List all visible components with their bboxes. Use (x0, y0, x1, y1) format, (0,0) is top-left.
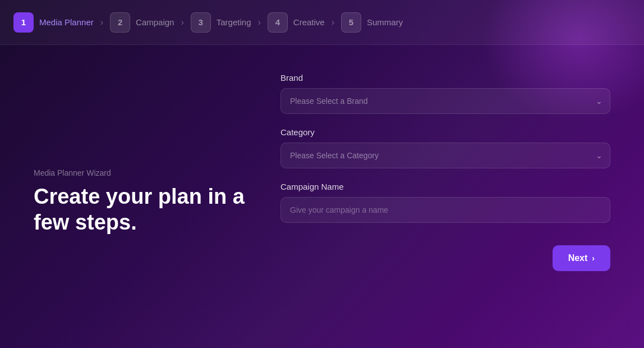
chevron-icon-2: › (181, 17, 183, 28)
campaign-name-group: Campaign Name (280, 182, 610, 223)
step-4-number: 4 (268, 12, 288, 33)
next-button-label: Next (568, 253, 588, 263)
step-2-campaign[interactable]: 2 Campaign (110, 12, 174, 33)
step-2-number: 2 (110, 12, 130, 33)
step-3-targeting[interactable]: 3 Targeting (191, 12, 251, 33)
right-panel: Brand Please Select a Brand ⌄ Category P… (280, 67, 610, 326)
step-2-label: Campaign (136, 17, 174, 27)
chevron-icon-1: › (100, 17, 103, 28)
step-5-label: Summary (367, 17, 403, 27)
category-group: Category Please Select a Category ⌄ (280, 127, 610, 168)
main-content: Media Planner Wizard Create your plan in… (0, 45, 644, 348)
campaign-name-label: Campaign Name (280, 182, 610, 191)
brand-select-wrapper: Please Select a Brand ⌄ (280, 88, 610, 114)
campaign-name-input[interactable] (280, 197, 610, 223)
wizard-title: Create your plan in a few steps. (34, 184, 247, 235)
left-panel: Media Planner Wizard Create your plan in… (34, 67, 247, 326)
category-select[interactable]: Please Select a Category (280, 143, 610, 168)
step-1-media-planner[interactable]: 1 Media Planner (13, 12, 94, 33)
wizard-subtitle: Media Planner Wizard (34, 168, 247, 177)
brand-group: Brand Please Select a Brand ⌄ (280, 73, 610, 114)
step-4-label: Creative (293, 17, 325, 27)
step-1-number: 1 (13, 12, 34, 33)
stepper: 1 Media Planner › 2 Campaign › 3 Targeti… (0, 0, 644, 45)
step-5-number: 5 (341, 12, 361, 33)
next-arrow-icon: › (592, 254, 595, 263)
step-1-label: Media Planner (39, 17, 94, 27)
page-wrapper: 1 Media Planner › 2 Campaign › 3 Targeti… (0, 0, 644, 348)
next-button[interactable]: Next › (553, 245, 610, 271)
brand-select[interactable]: Please Select a Brand (280, 88, 610, 114)
chevron-icon-4: › (332, 17, 334, 28)
step-4-creative[interactable]: 4 Creative (268, 12, 325, 33)
category-select-wrapper: Please Select a Category ⌄ (280, 143, 610, 168)
step-3-number: 3 (191, 12, 211, 33)
step-3-label: Targeting (217, 17, 251, 27)
category-label: Category (280, 127, 610, 137)
step-5-summary[interactable]: 5 Summary (341, 12, 403, 33)
brand-label: Brand (280, 73, 610, 83)
bottom-row: Next › (280, 245, 610, 271)
chevron-icon-3: › (257, 17, 260, 28)
